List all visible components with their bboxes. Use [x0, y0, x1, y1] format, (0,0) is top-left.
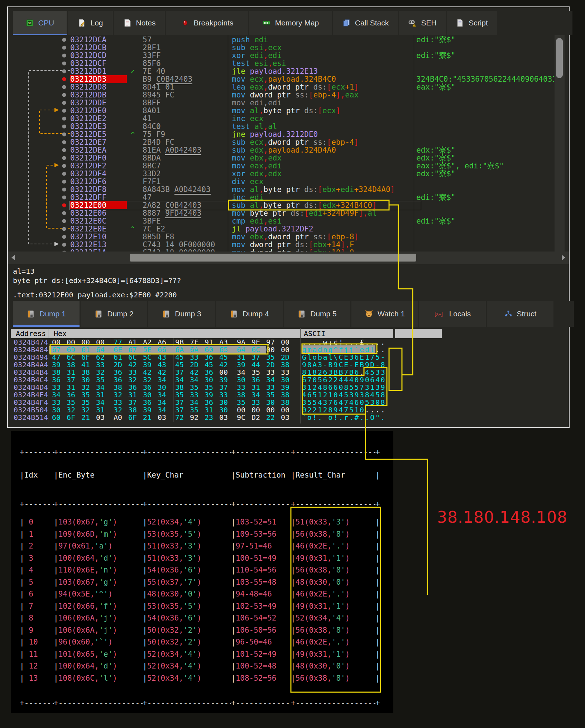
disasm-row-03212E13[interactable]: 03212E13C743 14 0F000000mov dword ptr ds…	[8, 241, 554, 249]
disasm-row-03212E0C[interactable]: 03212E0C3BFEcmp edi,esiedi:"寮$"	[8, 217, 554, 225]
hex-byte: 36	[52, 376, 67, 384]
tab-dump-1[interactable]: Dump 1	[13, 301, 80, 327]
instruction-address: 03212E0C	[70, 217, 127, 225]
disasm-row-03212DCD[interactable]: 03212DCD33FFxor edi,ediedi:"寮$"	[8, 52, 554, 59]
disasm-row-03212E1A[interactable]: 03212E1AC743 10 00000000mov dword ptr ds…	[8, 249, 554, 252]
tab-script[interactable]: Script	[447, 11, 497, 35]
disasm-row-03212DDB[interactable]: 03212DDB8945 FCmov dword ptr ss:[ebp-4],…	[8, 91, 554, 99]
tab-dump-4[interactable]: Dump 4	[216, 301, 283, 327]
disasm-row-03212DE0[interactable]: 03212DE08A01mov al,byte ptr ds:[ecx]	[8, 107, 554, 115]
dump-tab-bar: Dump 1Dump 2Dump 3Dump 4Dump 5Watch 1[x=…	[8, 301, 574, 327]
svg-text:!: !	[414, 24, 415, 27]
disasm-row-03212DCF[interactable]: 03212DCF85F6test esi,esi	[8, 59, 554, 67]
disasm-row-03212DDE[interactable]: 03212DDE8BFFmov edi,edi	[8, 99, 554, 107]
disasm-row-03212DD1[interactable]: 03212DD1✓7E 40jle payload.3212E13	[8, 67, 554, 75]
disasm-row-03212DCA[interactable]: 03212DCA57push ediedi:"寮$"	[8, 36, 554, 44]
disasm-row-03212DFF[interactable]: 03212DFF47inc ediedi:"寮$"	[8, 193, 554, 201]
hex-byte: 43	[158, 354, 172, 361]
scroll-right-arrow-icon[interactable]	[562, 255, 565, 260]
disasm-row-03212DE7[interactable]: 03212DE72B4D FCsub ecx,dword ptr ss:[ebp…	[8, 138, 554, 146]
tab-dump-5[interactable]: Dump 5	[284, 301, 350, 327]
disasm-row-03212DEA[interactable]: 03212DEA81EA A0D42403sub edx,payload.324…	[8, 146, 554, 154]
tab-memory-map[interactable]: Memory Map	[249, 11, 332, 35]
hex-byte: 2D	[114, 361, 128, 369]
tab-dump-2[interactable]: Dump 2	[81, 301, 147, 327]
tab-label: Breakpoints	[194, 19, 234, 27]
dump-icon	[94, 310, 103, 318]
tab-notes[interactable]: Notes	[114, 11, 165, 35]
instruction-address: 03212DF6	[70, 178, 127, 186]
hex-byte: 03	[158, 414, 172, 421]
hex-byte: 32	[114, 391, 128, 399]
ascii-text: Global\CE36E175-	[302, 354, 386, 361]
hex-byte: 39	[219, 376, 234, 384]
dump-row-0324B474[interactable]: 0324B4740000000077A1A2A69B7F91A39A9E9700…	[8, 339, 569, 346]
dump-row-0324B4F4[interactable]: 0324B4F433353534333736343734363035333038…	[8, 399, 569, 406]
tab-locals[interactable]: [x=]Locals	[419, 301, 486, 327]
dump-row-0324B494[interactable]: 0324B494476C6F62616C5C43453336453137352D…	[8, 354, 569, 361]
decode-table-row-9: | 9|106(0x6A,'j')|50(0x32,'2')|106-50=56…	[0, 625, 393, 635]
disasm-row-03212DCB[interactable]: 03212DCB2BF1sub esi,ecx	[8, 44, 554, 52]
hex-byte: 39	[205, 391, 219, 399]
tab-label: Dump 5	[310, 310, 337, 318]
disasm-row-03212DD3[interactable]: 03212DD3B9 C0B42403mov ecx,payload.324B4…	[8, 75, 554, 83]
dump-row-0324B4A4[interactable]: 0324B4A4393841332D423943452D454239442D38…	[8, 361, 569, 369]
instruction-address: 03212DE2	[70, 115, 127, 123]
table-header-idx: |Idx	[20, 470, 38, 480]
tab-dump-3[interactable]: Dump 3	[148, 301, 215, 327]
hex-byte: 6F	[81, 354, 96, 361]
disasm-vertical-scrollbar[interactable]	[555, 35, 565, 252]
instruction-bytes: C743 14 0F000000	[143, 241, 215, 249]
decode-table-row-0: | 0|103(0x67,'g')|52(0x34,'4')|103-52=51…	[0, 517, 393, 527]
tab-label: Locals	[449, 310, 471, 318]
hex-byte: 32	[81, 384, 96, 391]
dump-row-0324B4E4[interactable]: 0324B4E434363531323130343533393338343538…	[8, 391, 569, 399]
disasm-row-03212DF0[interactable]: 03212DF08BDAmov ebx,edxedx:"寮$"	[8, 154, 554, 162]
hex-byte: 35	[67, 399, 81, 406]
tab-cpu[interactable]: 32CPU	[13, 11, 67, 35]
tab-call-stack[interactable]: Call Stack	[333, 11, 398, 35]
dump-row-0324B504[interactable]: 0324B50430323231323839343735313000000000…	[8, 406, 569, 414]
disasm-horizontal-scrollbar[interactable]	[8, 252, 569, 264]
instruction-bytes: F7F1	[143, 178, 161, 186]
disasm-row-03212DF8[interactable]: 03212DF88A843B A0D42403mov al,byte ptr d…	[8, 186, 554, 193]
dump-row-0324B4D4[interactable]: 0324B4D433313234383636303835353733313339…	[8, 384, 569, 391]
hex-byte: 33	[266, 369, 281, 376]
disasm-row-03212DE5[interactable]: 03212DE5^75 F9jne payload.3212DE0	[8, 130, 554, 138]
tab-watch-1[interactable]: Watch 1	[351, 301, 418, 327]
hex-byte: 30	[52, 406, 67, 414]
vertical-scrollbar-thumb[interactable]	[556, 38, 563, 78]
table-border: +---------------------------------------…	[291, 447, 375, 457]
disasm-row-03212E10[interactable]: 03212E108B5D F8mov ebx,dword ptr ss:[ebp…	[8, 233, 554, 241]
instruction-bytes: B9 C0B42403	[143, 75, 192, 83]
tab-log[interactable]: Log	[68, 11, 113, 35]
hex-byte: 31	[205, 406, 219, 414]
dump-row-0324B484[interactable]: 0324B484676D61646E675E666A6A6065646C0000…	[8, 346, 569, 354]
tab-struct[interactable]: Struct	[487, 301, 553, 327]
tab-breakpoints[interactable]: Breakpoints	[166, 11, 248, 35]
disasm-row-03212DF2[interactable]: 03212DF28BC7mov eax,edieax:"寮$", edi:"寮$…	[8, 162, 554, 170]
hex-byte: 37	[175, 399, 190, 406]
table-border-row: +---------------------------------------…	[0, 447, 393, 457]
disasm-row-03212DF6[interactable]: 03212DF6F7F1div ecx	[8, 178, 554, 186]
tab-seh[interactable]: !SEH	[399, 11, 446, 35]
disasm-row-03212E0E[interactable]: 03212E0E^7C E2jl payload.3212DF2	[8, 225, 554, 233]
disasm-row-03212DD8[interactable]: 03212DD88D41 01lea eax,dword ptr ds:[ecx…	[8, 83, 554, 91]
dump-row-0324B4C4[interactable]: 0324B4C436373035363232343434303930363430…	[8, 376, 569, 384]
hex-byte: 2D	[281, 354, 296, 361]
dump-row-0324B4B4[interactable]: 0324B4B438313832363342423742360034353333…	[8, 369, 569, 376]
hex-byte: 42	[128, 361, 143, 369]
disasm-row-03212DF4[interactable]: 03212DF433D2xor edx,edxedx:"寮$"	[8, 170, 554, 178]
instruction-comment: 324B4C0:"4533670562244409064031248660"	[416, 75, 554, 83]
disassembly-pane[interactable]: 03212DCA57push ediedi:"寮$"03212DCB2BF1su…	[8, 35, 554, 252]
instruction-bytes: 57	[143, 36, 152, 44]
horizontal-scrollbar-thumb[interactable]	[130, 254, 416, 262]
dump-row-0324B514[interactable]: 0324B514606F2103A06F2103729223039CD22203…	[8, 414, 569, 421]
decode-table-row-1: | 1|109(0x6D,'m')|53(0x35,'5')|109-53=56…	[0, 529, 393, 539]
hex-byte: 31	[96, 406, 111, 414]
disasm-row-03212DE2[interactable]: 03212DE241inc ecx	[8, 115, 554, 123]
hex-dump-pane[interactable]: Address Hex ASCII 0324B4740000000077A1A2…	[8, 327, 569, 426]
disasm-row-03212DE3[interactable]: 03212DE384C0test al,al	[8, 123, 554, 130]
scroll-left-arrow-icon[interactable]	[11, 255, 15, 260]
disasm-row-03212E06[interactable]: 03212E068887 9FD42403mov byte ptr ds:[ed…	[8, 209, 554, 217]
